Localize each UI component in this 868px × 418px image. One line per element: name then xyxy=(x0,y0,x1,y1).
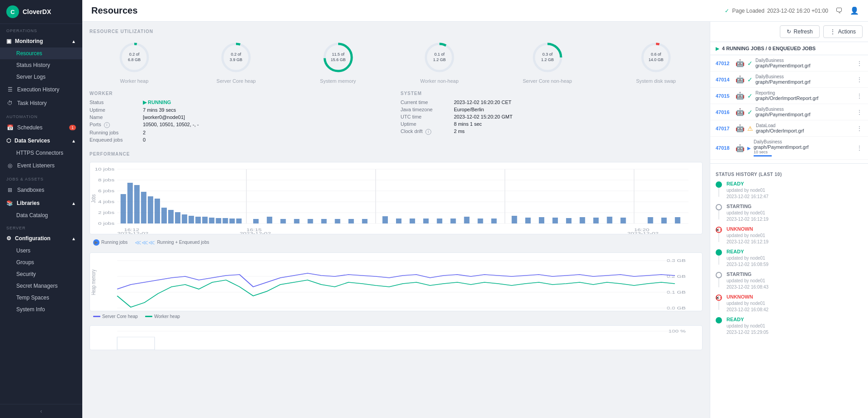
logo[interactable]: C CloverDX xyxy=(0,0,82,24)
gauge-svg-worker-heap: 0.2 of 6.8 GB xyxy=(116,39,152,76)
job-menu-47012[interactable]: ⋮ xyxy=(856,60,863,67)
job-status-running-icon: ▶ xyxy=(747,146,751,151)
refresh-button[interactable]: ↻ Refresh xyxy=(780,25,820,38)
user-button[interactable]: 👤 xyxy=(850,6,859,15)
gauge-svg-system-memory: 11.5 of 15.6 GB xyxy=(320,39,356,76)
svg-rect-52 xyxy=(195,217,201,223)
server-core-heap-line-icon xyxy=(93,316,100,317)
job-menu-47016[interactable]: ⋮ xyxy=(856,109,863,116)
system-title: SYSTEM xyxy=(401,91,703,96)
job-category-47012: DailyBusiness xyxy=(755,58,854,63)
job-id-47018[interactable]: 47018 xyxy=(716,145,733,151)
job-item-47014: 47014 🤖 ✓ DailyBusiness graph/PaymentImp… xyxy=(710,71,868,88)
worker-title: WORKER xyxy=(90,91,392,96)
chevron-up-icon: ▲ xyxy=(71,39,76,44)
svg-text:1.2 GB: 1.2 GB xyxy=(541,57,554,62)
svg-rect-45 xyxy=(148,196,153,223)
system-clock-drift-key: Clock drift i xyxy=(401,128,450,135)
gauge-server-core-heap: 0.2 of 3.9 GB Server Core heap xyxy=(217,39,256,84)
sidebar-group-label: Libraries xyxy=(17,200,40,206)
worker-status-value: ▶ RUNNING xyxy=(143,100,171,105)
job-id-47014[interactable]: 47014 xyxy=(716,77,733,82)
svg-text:2023-12-02: 2023-12-02 xyxy=(240,231,271,234)
worker-ports-row: Ports i 10500, 10501, 10502, -, - xyxy=(90,122,392,128)
sidebar-item-temp-spaces[interactable]: Temp Spaces xyxy=(0,292,82,304)
sidebar-item-sandboxes[interactable]: ⊞ Sandboxes xyxy=(0,183,82,197)
job-status-ok-icon: ✓ xyxy=(747,76,753,83)
job-menu-47015[interactable]: ⋮ xyxy=(856,92,863,100)
svg-rect-79 xyxy=(539,217,544,223)
job-file-47014: graph/PaymentImport.grf xyxy=(755,79,854,85)
history-dot-1 xyxy=(716,204,722,210)
sidebar-item-event-listeners[interactable]: ◎ Event Listeners xyxy=(0,159,82,172)
worker-running-jobs-value: 2 xyxy=(143,130,146,135)
svg-text:2 jobs: 2 jobs xyxy=(98,210,114,214)
job-status-ok-icon: ✓ xyxy=(747,60,753,67)
job-id-47012[interactable]: 47012 xyxy=(716,61,733,66)
job-menu-47014[interactable]: ⋮ xyxy=(856,76,863,83)
history-item-2: ✕ UNKNOWN updated by node01 2023-12-02 1… xyxy=(716,226,863,245)
svg-rect-49 xyxy=(175,212,180,223)
left-panel: RESOURCE UTILIZATION 0.2 of 6.8 GB Worke… xyxy=(82,22,710,418)
job-id-47016[interactable]: 47016 xyxy=(716,109,733,115)
sidebar-item-security[interactable]: Security xyxy=(0,268,82,280)
sidebar-item-secret-managers[interactable]: Secret Managers xyxy=(0,280,82,292)
history-time-6: 2023-12-02 15:29:05 xyxy=(726,330,769,335)
history-line xyxy=(718,210,719,219)
history-status-6: READY xyxy=(726,317,744,322)
sidebar-item-task-history[interactable]: ⏱ Task History xyxy=(0,96,82,110)
svg-rect-58 xyxy=(236,218,241,223)
sidebar-item-https-connectors[interactable]: HTTPS Connectors xyxy=(0,147,82,159)
sidebar-item-system-info[interactable]: System Info xyxy=(0,304,82,315)
gauges-row: 0.2 of 6.8 GB Worker heap 0.2 of 3.9 GB … xyxy=(90,39,703,84)
sidebar-item-execution-history[interactable]: ☰ Execution History xyxy=(0,83,82,96)
actions-button[interactable]: ⋮ Actions xyxy=(823,25,863,38)
svg-rect-67 xyxy=(362,219,368,223)
sidebar-item-data-catalog[interactable]: Data Catalog xyxy=(0,209,82,221)
main-content: Resources ✓ Page Loaded 2023-12-02 16:20… xyxy=(82,0,868,418)
job-id-47017[interactable]: 47017 xyxy=(716,126,733,131)
job-menu-47018[interactable]: ⋮ xyxy=(856,144,863,152)
sidebar-item-users[interactable]: Users xyxy=(0,245,82,256)
worker-name-key: Name xyxy=(90,114,139,120)
svg-rect-80 xyxy=(552,218,558,223)
sidebar-item-data-services[interactable]: ⬡ Data Services ▲ xyxy=(0,134,82,147)
sidebar-item-status-history[interactable]: Status History xyxy=(0,59,82,71)
sidebar-item-server-logs[interactable]: Server Logs xyxy=(0,71,82,83)
gauge-svg-system-disk-swap: 0.6 of 14.0 GB xyxy=(638,39,674,76)
svg-rect-57 xyxy=(229,218,235,223)
sidebar-item-monitoring[interactable]: ▣ Monitoring ▲ xyxy=(0,35,82,48)
worker-status-row: Status ▶ RUNNING xyxy=(90,100,392,105)
svg-rect-83 xyxy=(593,218,599,223)
svg-text:15.6 GB: 15.6 GB xyxy=(330,57,345,62)
sidebar-item-groups[interactable]: Groups xyxy=(0,256,82,268)
sidebar-item-configuration[interactable]: ⚙ Configuration ▲ xyxy=(0,232,82,245)
history-status-1: STARTING xyxy=(726,204,751,209)
job-list: 47012 🤖 ✓ DailyBusiness graph/PaymentImp… xyxy=(710,55,868,160)
sidebar-item-schedules[interactable]: 📅 Schedules 1 xyxy=(0,121,82,134)
history-status-2: UNKNOWN xyxy=(726,226,753,232)
job-id-47015[interactable]: 47015 xyxy=(716,93,733,99)
sidebar-group-label: Data Services xyxy=(14,138,50,144)
worker-name-row: Name [worker0@node01] xyxy=(90,114,392,120)
history-item-1: STARTING updated by node01 2023-12-02 16… xyxy=(716,203,863,222)
page-loaded-status: ✓ Page Loaded 2023-12-02 16:20 +01:00 xyxy=(725,8,828,14)
worker-enqueued-jobs-row: Enqueued jobs 0 xyxy=(90,137,392,142)
svg-rect-75 xyxy=(478,218,483,223)
clock-drift-info-icon[interactable]: i xyxy=(425,129,431,135)
svg-rect-55 xyxy=(216,218,221,223)
sidebar-item-libraries[interactable]: 📚 Libraries ▲ xyxy=(0,197,82,209)
status-history-section: STATUS HISTORY (LAST 10) READY updated b… xyxy=(710,167,868,418)
history-status-5: UNKNOWN xyxy=(726,294,753,299)
svg-rect-69 xyxy=(396,218,401,223)
gauge-label-server-core-heap: Server Core heap xyxy=(217,78,256,84)
status-history-title: STATUS HISTORY (LAST 10) xyxy=(716,172,863,177)
job-menu-47017[interactable]: ⋮ xyxy=(856,125,863,132)
sidebar-item-resources[interactable]: Resources xyxy=(0,48,82,59)
worker-running-jobs-row: Running jobs 2 xyxy=(90,130,392,135)
sidebar-collapse-button[interactable]: ‹ xyxy=(0,404,82,418)
worker-enqueued-jobs-value: 0 xyxy=(143,137,146,142)
ports-info-icon[interactable]: i xyxy=(104,122,110,128)
history-line xyxy=(718,233,719,242)
notifications-button[interactable]: 🗨 xyxy=(835,7,843,15)
